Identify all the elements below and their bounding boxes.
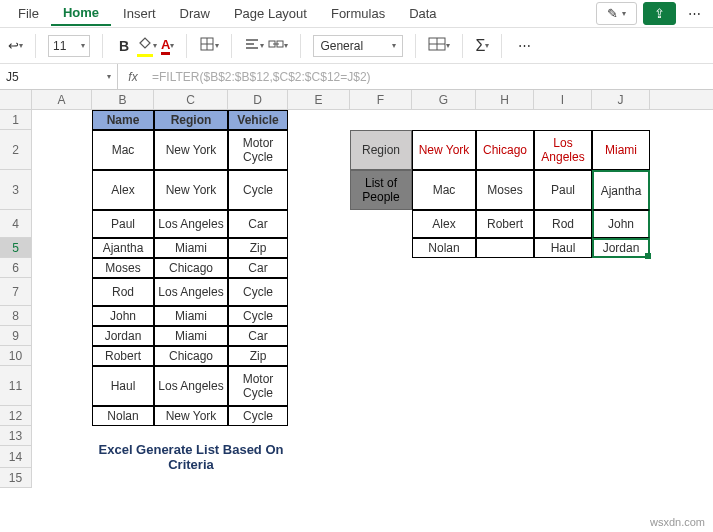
cell-F3[interactable]: List of People [350,170,412,210]
col-header-C[interactable]: C [154,90,228,110]
row-header-4[interactable]: 4 [0,210,31,238]
undo-button[interactable]: ↩ ▾ [8,38,23,53]
pen-button[interactable]: ✎ ▾ [596,2,637,25]
cell-D3[interactable]: Cycle [228,170,288,210]
cell-D12[interactable]: Cycle [228,406,288,426]
ribbon-more[interactable]: ⋯ [514,38,535,53]
cell-B8[interactable]: John [92,306,154,326]
borders-button[interactable]: ▾ [199,36,219,55]
share-button[interactable]: ⇪ [643,2,676,25]
merge-button[interactable]: ▾ [268,36,288,55]
menu-draw[interactable]: Draw [168,2,222,25]
cell-B6[interactable]: Moses [92,258,154,278]
row-header-1[interactable]: 1 [0,110,31,130]
cell-B2[interactable]: Mac [92,130,154,170]
cell-G2[interactable]: New York [412,130,476,170]
cell-D11[interactable]: Motor Cycle [228,366,288,406]
col-header-H[interactable]: H [476,90,534,110]
cell-H3[interactable]: Moses [476,170,534,210]
cell-B12[interactable]: Nolan [92,406,154,426]
menu-insert[interactable]: Insert [111,2,168,25]
align-button[interactable]: ▾ [244,36,264,55]
font-size-input[interactable]: 11 ▾ [48,35,90,57]
row-header-7[interactable]: 7 [0,278,31,306]
cell-D4[interactable]: Car [228,210,288,238]
number-format-select[interactable]: General ▾ [313,35,403,57]
cell-B1[interactable]: Name [92,110,154,130]
col-header-E[interactable]: E [288,90,350,110]
cell-F2[interactable]: Region [350,130,412,170]
row-header-6[interactable]: 6 [0,258,31,278]
row-header-11[interactable]: 11 [0,366,31,406]
cell-J2[interactable]: Miami [592,130,650,170]
cell-J5[interactable]: Jordan [592,238,650,258]
cell-G5[interactable]: Nolan [412,238,476,258]
fill-color-button[interactable]: ▾ [137,35,157,57]
cell-H4[interactable]: Robert [476,210,534,238]
cell-C10[interactable]: Chicago [154,346,228,366]
bold-button[interactable]: B [115,37,133,55]
cell-C12[interactable]: New York [154,406,228,426]
cell-I3[interactable]: Paul [534,170,592,210]
row-header-8[interactable]: 8 [0,306,31,326]
cell-H2[interactable]: Chicago [476,130,534,170]
menu-file[interactable]: File [6,2,51,25]
formula-input[interactable]: =FILTER($B$2:$B$12,$C$2:$C$12=J$2) [148,70,713,84]
cell-B5[interactable]: Ajantha [92,238,154,258]
cell-D6[interactable]: Car [228,258,288,278]
cell-B4[interactable]: Paul [92,210,154,238]
cell-B7[interactable]: Rod [92,278,154,306]
row-header-10[interactable]: 10 [0,346,31,366]
row-header-12[interactable]: 12 [0,406,31,426]
fx-button[interactable]: fx [118,70,148,84]
cell-C5[interactable]: Miami [154,238,228,258]
row-header-13[interactable]: 13 [0,426,31,446]
cell-J3[interactable]: Ajantha [592,170,650,210]
cell-I4[interactable]: Rod [534,210,592,238]
cell-G4[interactable]: Alex [412,210,476,238]
cell-I2[interactable]: Los Angeles [534,130,592,170]
cell-D9[interactable]: Car [228,326,288,346]
caption-text[interactable]: Excel Generate List Based On Criteria [92,446,288,468]
more-menu[interactable]: ⋯ [682,6,707,21]
autosum-button[interactable]: Σ ▾ [475,37,489,55]
cell-C11[interactable]: Los Angeles [154,366,228,406]
fill-handle[interactable] [645,253,651,259]
col-header-I[interactable]: I [534,90,592,110]
cell-B11[interactable]: Haul [92,366,154,406]
col-header-A[interactable]: A [32,90,92,110]
col-header-G[interactable]: G [412,90,476,110]
cell-D8[interactable]: Cycle [228,306,288,326]
cell-D5[interactable]: Zip [228,238,288,258]
cell-B10[interactable]: Robert [92,346,154,366]
cell-C8[interactable]: Miami [154,306,228,326]
col-header-D[interactable]: D [228,90,288,110]
cell-B9[interactable]: Jordan [92,326,154,346]
cell-C4[interactable]: Los Angeles [154,210,228,238]
menu-page-layout[interactable]: Page Layout [222,2,319,25]
row-header-15[interactable]: 15 [0,468,31,488]
row-header-5[interactable]: 5 [0,238,31,258]
cell-B3[interactable]: Alex [92,170,154,210]
cell-C7[interactable]: Los Angeles [154,278,228,306]
cells-button[interactable]: ▾ [428,36,450,55]
cell-G3[interactable]: Mac [412,170,476,210]
cell-C3[interactable]: New York [154,170,228,210]
cell-D2[interactable]: Motor Cycle [228,130,288,170]
menu-home[interactable]: Home [51,1,111,26]
cell-D7[interactable]: Cycle [228,278,288,306]
col-header-J[interactable]: J [592,90,650,110]
name-box[interactable]: J5 ▾ [0,64,118,89]
cell-J4[interactable]: John [592,210,650,238]
menu-data[interactable]: Data [397,2,448,25]
font-color-button[interactable]: A ▾ [161,37,174,55]
select-all-corner[interactable] [0,90,32,109]
col-header-F[interactable]: F [350,90,412,110]
row-header-9[interactable]: 9 [0,326,31,346]
menu-formulas[interactable]: Formulas [319,2,397,25]
cell-H5[interactable] [476,238,534,258]
cell-C6[interactable]: Chicago [154,258,228,278]
cell-D10[interactable]: Zip [228,346,288,366]
cell-C9[interactable]: Miami [154,326,228,346]
row-header-14[interactable]: 14 [0,446,31,468]
